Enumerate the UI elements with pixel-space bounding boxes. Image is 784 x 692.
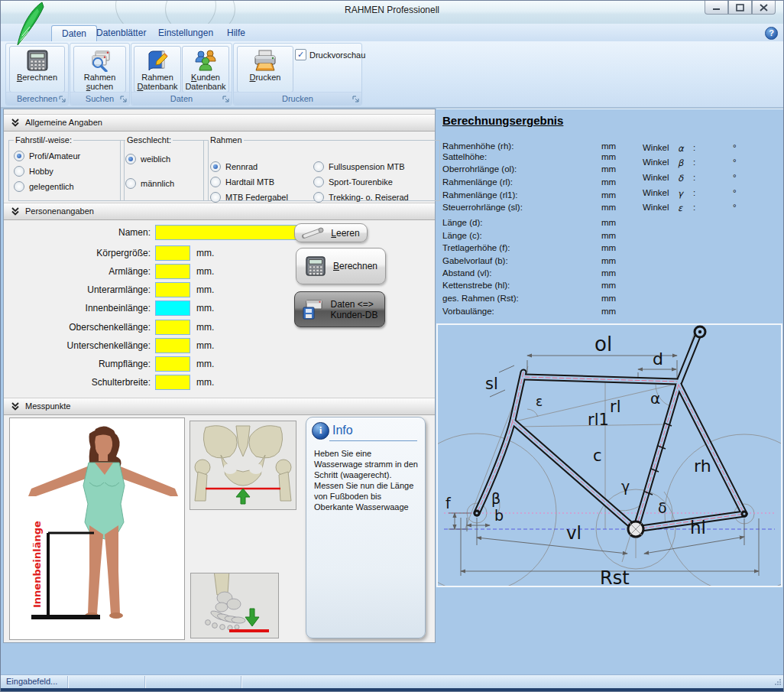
ribbon-group-label-berechnen: Berechnen <box>6 92 68 105</box>
svg-text:c: c <box>593 447 602 465</box>
arrow-up-icon <box>236 489 250 504</box>
maximize-button[interactable] <box>728 1 752 15</box>
result-unit: mm <box>601 203 616 212</box>
close-button[interactable] <box>752 1 776 15</box>
result-unit: mm <box>601 218 616 227</box>
check-icon: ✓ <box>297 50 304 59</box>
svg-text:f: f <box>445 495 452 512</box>
radio-maennlich[interactable]: männlich <box>125 178 203 189</box>
angle-symbol: γ <box>678 188 683 199</box>
radio-hardtail-mtb[interactable]: Hardtail MTB <box>210 177 309 187</box>
druckvorschau-checkbox[interactable]: ✓ Druckvorschau <box>295 49 365 60</box>
daten-kunden-db-button[interactable]: Daten <=>Kunden-DB <box>294 291 385 327</box>
result-unit: mm <box>601 231 616 240</box>
result-label: Vorbaulänge: <box>442 307 595 316</box>
dialog-launcher-icon[interactable] <box>119 95 128 103</box>
app-window: RAHMEN Professionell Daten Datenblätter … <box>0 0 784 692</box>
minimize-button[interactable] <box>705 1 728 15</box>
winkel-label: Winkel <box>643 203 669 212</box>
section-header-personenangaben[interactable]: Personenangaben <box>4 203 435 220</box>
svg-text:rl1: rl1 <box>588 411 609 429</box>
rahmen-suchen-button[interactable]: Rahmen suchen <box>73 46 126 93</box>
radio-profi-amateur[interactable]: Profi/Amateur <box>14 151 119 161</box>
resize-grip[interactable] <box>774 678 782 686</box>
dialog-launcher-icon[interactable] <box>222 95 230 103</box>
degree-sign: ° <box>733 188 737 197</box>
rahmen-datenbank-button[interactable]: Rahmen Datenbank <box>134 46 181 93</box>
result-unit: mm <box>601 281 616 290</box>
angle-symbol: α <box>678 143 684 154</box>
section-header-allgemeine-angaben[interactable]: Allgemeine Angaben <box>4 114 435 132</box>
title-bar: RAHMEN Professionell <box>1 1 783 24</box>
svg-text:d: d <box>653 349 663 369</box>
radio-mtb-federgabel[interactable]: MTB Federgabel <box>210 192 309 203</box>
tab-datenblaetter[interactable]: Datenblätter <box>86 25 156 41</box>
radio-hobby[interactable]: Hobby <box>14 166 119 177</box>
radio-gelegentlich[interactable]: gelegentlich <box>14 181 119 192</box>
innenbeinlaenge-input[interactable] <box>155 301 190 316</box>
results-panel: Berechnungsergebnis Rahmenhöhe (rh):mm S… <box>436 109 784 675</box>
svg-text:α: α <box>650 389 660 408</box>
svg-text:rh: rh <box>694 456 711 476</box>
unterschenkellaenge-input[interactable] <box>155 338 190 353</box>
leeren-button[interactable]: Leeren <box>294 223 368 242</box>
help-icon[interactable]: ? <box>765 27 778 40</box>
radio-dot-icon <box>210 177 221 187</box>
ribbon-group-suchen: Rahmen suchen Suchen <box>70 43 130 106</box>
schulterbreite-input[interactable] <box>155 375 190 390</box>
result-unit: mm <box>601 294 616 303</box>
oberschenkellaenge-input[interactable] <box>155 320 190 335</box>
radio-rennrad[interactable]: Rennrad <box>210 161 309 172</box>
dialog-launcher-icon[interactable] <box>352 95 360 103</box>
info-icon: i <box>312 422 329 440</box>
degree-sign: ° <box>733 173 737 182</box>
rahmen-groupbox: Rahmen Rennrad Hardtail MTB MTB Federgab… <box>203 135 440 201</box>
data-sync-icon <box>301 299 324 320</box>
radio-fullsuspension-mtb[interactable]: Fullsuspension MTB <box>313 161 426 172</box>
svg-text:ε: ε <box>536 394 543 409</box>
ribbon-group-label-suchen: Suchen <box>70 92 129 105</box>
ribbon: Berechnen Berechnen Rahmen <box>1 41 783 109</box>
kunden-datenbank-button[interactable]: Kunden Datenbank <box>182 46 229 93</box>
winkel-label: Winkel <box>643 158 669 167</box>
winkel-label: Winkel <box>643 188 669 197</box>
radio-dot-icon <box>313 161 324 172</box>
ribbon-group-label-daten: Daten <box>131 92 232 105</box>
radio-trekking-reiserad[interactable]: Trekking- o. Reiserad <box>313 192 426 203</box>
unit-label: mm. <box>196 303 214 314</box>
geschlecht-groupbox: Geschlecht: weiblich männlich <box>120 135 209 201</box>
berechnen-side-button[interactable]: Berechnen <box>296 248 386 284</box>
radio-dot-icon <box>313 177 324 187</box>
chevron-double-down-icon <box>11 119 20 127</box>
result-label: Sattelhöhe: <box>442 152 595 161</box>
radio-sport-tourenbike[interactable]: Sport-Tourenbike <box>313 177 426 187</box>
info-title: Info <box>332 424 353 437</box>
result-unit: mm <box>601 177 616 187</box>
winkel-label: Winkel <box>643 173 669 182</box>
unit-label: mm. <box>196 266 214 277</box>
geschlecht-label: Geschlecht: <box>125 135 173 145</box>
result-label: Rahmenhöhe (rh): <box>442 141 595 151</box>
result-label: Tretlagerhöhe (f): <box>442 243 595 252</box>
koerpergroesse-input[interactable] <box>155 245 190 261</box>
degree-sign: ° <box>733 158 737 167</box>
namen-input[interactable] <box>155 225 312 240</box>
window-title: RAHMEN Professionell <box>1 5 783 15</box>
berechnen-button[interactable]: Berechnen <box>9 46 65 93</box>
armlaenge-input[interactable] <box>155 264 190 279</box>
drucken-button[interactable]: Drucken <box>237 46 293 93</box>
rumpflaenge-input[interactable] <box>155 356 190 372</box>
winkel-label: Winkel <box>643 143 669 152</box>
radio-weiblich[interactable]: weiblich <box>125 154 203 164</box>
radio-dot-icon <box>14 181 24 192</box>
tab-hilfe[interactable]: Hilfe <box>217 25 255 41</box>
calculator-icon <box>25 49 50 72</box>
ribbon-group-drucken: Drucken ✓ Druckvorschau Drucken <box>233 43 362 106</box>
section-header-messpunkte[interactable]: Messpunkte <box>4 398 435 415</box>
dialog-launcher-icon[interactable] <box>58 95 66 103</box>
tab-einstellungen[interactable]: Einstellungen <box>148 25 223 41</box>
unterarmlaenge-input[interactable] <box>155 282 190 297</box>
result-label: Gabelvorlauf (b): <box>442 256 595 265</box>
field-label-schulterbreite: Schulterbreite: <box>4 377 155 388</box>
field-label-unterschenkellaenge: Unterschenkellänge: <box>4 340 155 351</box>
